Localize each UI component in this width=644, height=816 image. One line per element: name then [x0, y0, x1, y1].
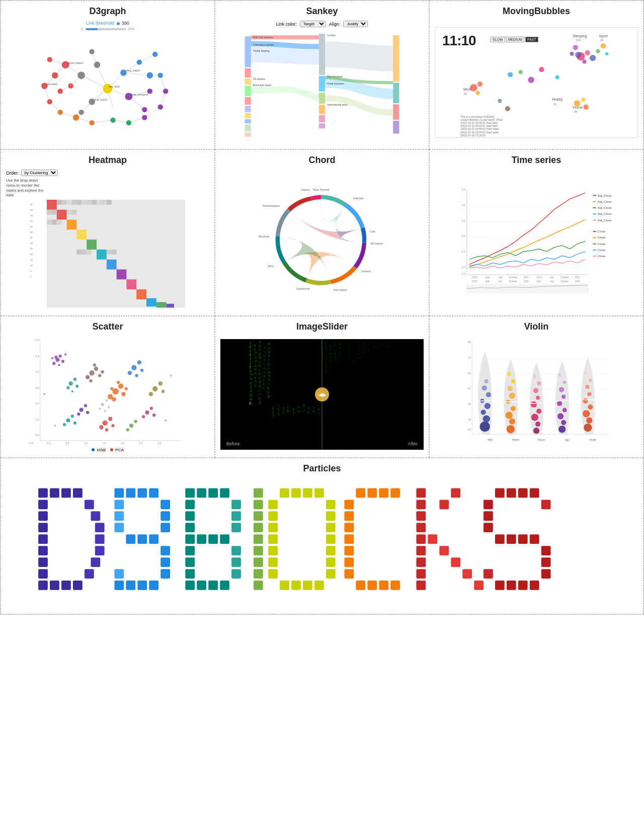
- svg-rect-682: [530, 488, 539, 498]
- svg-point-51: [158, 104, 163, 109]
- mb-slow-btn[interactable]: SLOW: [491, 37, 505, 42]
- svg-text:July: July: [498, 276, 503, 279]
- svg-rect-587: [138, 581, 147, 590]
- svg-text:1: 1: [325, 341, 327, 345]
- svg-text:Geothermal: Geothermal: [296, 287, 310, 290]
- svg-rect-654: [345, 523, 354, 532]
- svg-rect-632: [269, 523, 278, 532]
- svg-text:ユ: ユ: [362, 346, 366, 350]
- svg-text:0: 0: [382, 344, 384, 348]
- svg-text:ニ: ニ: [258, 376, 262, 380]
- imageslider-inner[interactable]: 101 011 01ア ウエス タカキ 01ア イウエ オカキ クケ: [220, 339, 424, 450]
- svg-text:0.0: 0.0: [36, 386, 39, 389]
- svg-rect-598: [186, 546, 195, 555]
- svg-point-516: [511, 379, 515, 383]
- svg-rect-669: [417, 557, 426, 567]
- mb-medium-btn[interactable]: MEDIUM: [506, 37, 524, 42]
- svg-text:マ: マ: [357, 340, 361, 344]
- svg-text:2.0: 2.0: [121, 442, 124, 445]
- svg-text:Close: Close: [598, 248, 606, 252]
- svg-point-304: [108, 406, 110, 408]
- mb-fast-btn[interactable]: FAST: [525, 37, 538, 42]
- svg-rect-627: [291, 488, 301, 498]
- svg-point-317: [142, 415, 145, 418]
- svg-rect-666: [417, 523, 426, 532]
- svg-text:コ: コ: [334, 340, 337, 344]
- svg-text:With free persons: With free persons: [253, 36, 273, 39]
- svg-text:-0.4: -0.4: [35, 418, 39, 421]
- svg-rect-685: [484, 523, 493, 532]
- svg-point-107: [590, 54, 596, 60]
- svg-point-320: [108, 417, 112, 421]
- svg-point-36: [68, 84, 73, 89]
- svg-text:シ: シ: [302, 408, 305, 412]
- sankey-align-select[interactable]: JustifyLeftRight: [343, 21, 368, 27]
- particles-cell: Particles: [1, 458, 643, 614]
- svg-text:Close: Close: [598, 254, 606, 258]
- svg-text:road_travel: road_travel: [94, 98, 107, 101]
- svg-point-519: [535, 421, 540, 426]
- order-row: Order: by Clustering by Name by Count: [6, 170, 58, 176]
- svg-text:London: London: [327, 34, 336, 37]
- svg-rect-678: [474, 581, 484, 590]
- svg-point-540: [583, 398, 588, 403]
- sankey-link-color-select[interactable]: TargetSource: [300, 21, 326, 27]
- svg-text:1: 1: [267, 390, 269, 394]
- svg-text:ヌ: ヌ: [347, 353, 351, 357]
- svg-point-109: [601, 43, 606, 48]
- svg-rect-589: [115, 500, 124, 509]
- svg-text:10: 10: [30, 264, 33, 267]
- svg-point-287: [101, 370, 104, 373]
- svg-rect-171: [97, 200, 102, 205]
- svg-rect-602: [197, 488, 207, 498]
- svg-rect-81: [393, 35, 399, 81]
- svg-text:Sioux: Sioux: [538, 437, 545, 441]
- svg-point-116: [476, 91, 480, 95]
- svg-text:Municipal waste: Municipal waste: [253, 84, 272, 87]
- svg-rect-595: [186, 511, 195, 521]
- violin-title: Violin: [524, 321, 549, 332]
- svg-point-526: [533, 374, 536, 377]
- svg-point-270: [59, 355, 62, 358]
- svg-rect-182: [82, 250, 87, 255]
- svg-rect-65: [245, 36, 251, 67]
- svg-text:20: 20: [600, 38, 604, 41]
- svg-point-306: [131, 365, 136, 370]
- svg-rect-167: [76, 200, 82, 205]
- svg-text:オ: オ: [254, 368, 257, 372]
- svg-point-117: [508, 72, 513, 77]
- svg-point-321: [99, 425, 103, 429]
- svg-rect-672: [440, 500, 449, 509]
- svg-point-44: [137, 59, 142, 64]
- svg-rect-624: [254, 569, 263, 579]
- svg-point-299: [77, 413, 80, 416]
- svg-rect-168: [82, 200, 87, 205]
- svg-rect-689: [530, 534, 539, 544]
- svg-text:agriculture: agriculture: [45, 83, 57, 86]
- svg-point-332: [165, 420, 167, 422]
- svg-point-280: [75, 384, 78, 387]
- svg-rect-173: [107, 200, 112, 205]
- svg-rect-68: [245, 86, 251, 96]
- svg-rect-609: [209, 581, 218, 590]
- svg-text:ソ: ソ: [334, 360, 337, 364]
- svg-point-325: [71, 415, 74, 418]
- svg-rect-619: [254, 511, 263, 521]
- link-threshold-slider[interactable]: 0 380: [81, 27, 134, 31]
- svg-text:2020: 2020: [523, 276, 529, 279]
- svg-text:1.5: 1.5: [103, 442, 106, 445]
- svg-text:31: 31: [553, 102, 556, 105]
- svg-rect-183: [87, 250, 92, 255]
- svg-rect-692: [541, 569, 551, 579]
- svg-point-328: [129, 424, 133, 428]
- svg-text:[2021-01-01 01:00:00 Start sle: [2021-01-01 01:00:00 Start sleep: [460, 127, 499, 130]
- svg-rect-628: [303, 488, 312, 498]
- svg-rect-563: [61, 581, 71, 590]
- order-select[interactable]: by Clustering by Name by Count: [21, 170, 58, 176]
- svg-rect-584: [161, 569, 171, 579]
- svg-rect-630: [269, 500, 278, 509]
- svg-rect-176: [67, 210, 72, 215]
- svg-text:ノ: ノ: [347, 361, 351, 365]
- svg-rect-566: [91, 511, 101, 521]
- svg-text:Uranium: Uranium: [361, 270, 371, 273]
